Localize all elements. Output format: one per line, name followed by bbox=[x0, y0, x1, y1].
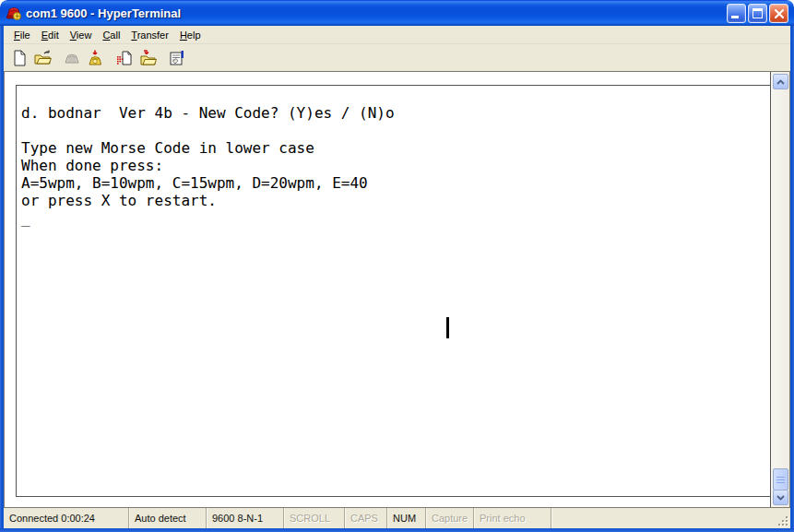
terminal-line: or press X to restart. bbox=[21, 192, 765, 209]
menu-view[interactable]: View bbox=[65, 27, 98, 43]
call-icon bbox=[63, 49, 81, 67]
minimize-button[interactable] bbox=[727, 4, 746, 23]
terminal-output: d. bodnar Ver 4b - New Code? (Y)es / (N)… bbox=[17, 86, 770, 227]
status-scroll-lock: SCROLL bbox=[284, 508, 345, 528]
status-connected: Connected 0:00:24 bbox=[4, 508, 129, 528]
vertical-scrollbar[interactable] bbox=[770, 72, 789, 507]
new-connection-button[interactable] bbox=[7, 47, 30, 69]
terminal-line: Type new Morse Code in lower case bbox=[21, 139, 765, 157]
menu-file[interactable]: File bbox=[8, 27, 36, 43]
new-connection-icon bbox=[10, 49, 29, 67]
chevron-down-icon bbox=[776, 495, 785, 501]
minimize-icon bbox=[731, 16, 739, 18]
open-button[interactable] bbox=[30, 47, 53, 69]
open-icon bbox=[33, 49, 52, 67]
title-bar[interactable]: com1 9600 - HyperTerminal bbox=[0, 0, 794, 26]
status-capture: Capture bbox=[426, 508, 474, 528]
maximize-button[interactable] bbox=[748, 4, 767, 23]
status-emulation: Auto detect bbox=[129, 508, 207, 528]
window-title: com1 9600 - HyperTerminal bbox=[26, 6, 727, 20]
terminal-content-area: d. bodnar Ver 4b - New Code? (Y)es / (N)… bbox=[4, 71, 790, 508]
status-print-echo: Print echo bbox=[474, 508, 551, 528]
window-border-bottom bbox=[0, 528, 794, 532]
status-baud: 9600 8-N-1 bbox=[207, 508, 284, 528]
scroll-down-button[interactable] bbox=[773, 490, 788, 505]
properties-icon bbox=[168, 49, 186, 67]
properties-button[interactable] bbox=[165, 47, 188, 69]
terminal-line: A=5wpm, B=10wpm, C=15wpm, D=20wpm, E=40 bbox=[21, 174, 765, 192]
menu-call[interactable]: Call bbox=[97, 27, 125, 43]
scroll-up-button[interactable] bbox=[773, 74, 788, 89]
window-border-left bbox=[0, 26, 4, 532]
hyperterminal-phone-icon bbox=[6, 5, 22, 21]
close-button[interactable] bbox=[769, 4, 788, 23]
receive-button[interactable] bbox=[136, 47, 159, 69]
toolbar bbox=[4, 44, 790, 71]
hyperterminal-window: com1 9600 - HyperTerminal File Edit View… bbox=[0, 0, 794, 532]
terminal-line bbox=[21, 122, 765, 139]
terminal-cursor-line: _ bbox=[21, 209, 765, 227]
close-icon bbox=[770, 5, 789, 24]
hang-up-button[interactable] bbox=[83, 47, 106, 69]
terminal-line: d. bodnar Ver 4b - New Code? (Y)es / (N)… bbox=[21, 104, 765, 122]
call-button[interactable] bbox=[60, 47, 83, 69]
send-icon bbox=[115, 49, 134, 67]
i-beam-cursor bbox=[446, 317, 449, 338]
terminal-screen[interactable]: d. bodnar Ver 4b - New Code? (Y)es / (N)… bbox=[16, 85, 770, 497]
terminal-line: When done press: bbox=[21, 157, 765, 174]
scrollbar-thumb[interactable] bbox=[773, 468, 788, 491]
chevron-up-icon bbox=[776, 79, 785, 85]
menu-bar: File Edit View Call Transfer Help bbox=[4, 26, 790, 44]
status-num-lock: NUM bbox=[387, 508, 426, 528]
receive-icon bbox=[138, 49, 157, 67]
hang-up-icon bbox=[86, 49, 104, 67]
menu-transfer[interactable]: Transfer bbox=[125, 27, 174, 43]
status-caps-lock: CAPS bbox=[345, 508, 387, 528]
menu-help[interactable]: Help bbox=[174, 27, 207, 43]
status-bar: Connected 0:00:24 Auto detect 9600 8-N-1… bbox=[4, 508, 790, 528]
menu-edit[interactable]: Edit bbox=[36, 27, 65, 43]
maximize-icon bbox=[753, 8, 763, 18]
status-filler bbox=[551, 508, 790, 528]
window-border-right bbox=[790, 26, 794, 532]
send-button[interactable] bbox=[113, 47, 136, 69]
resize-grip-icon[interactable] bbox=[776, 514, 789, 527]
